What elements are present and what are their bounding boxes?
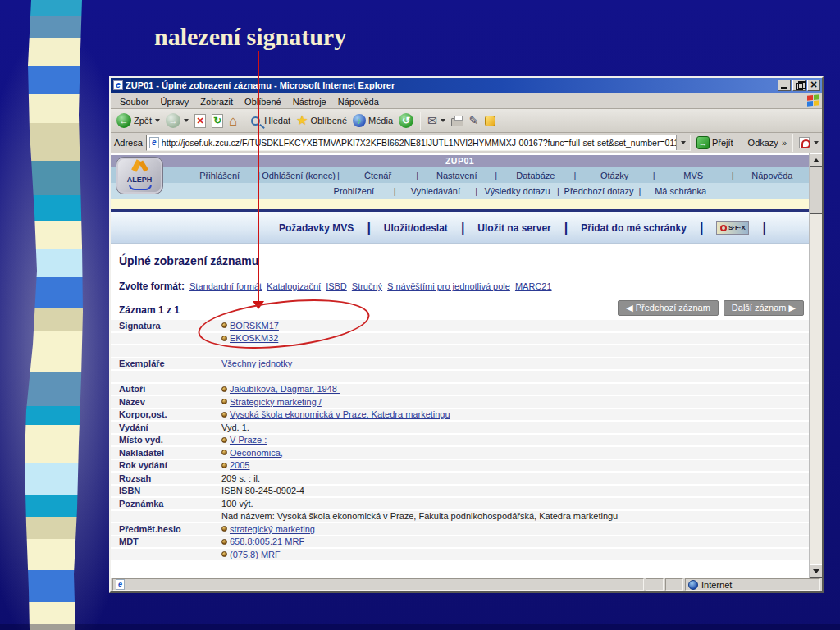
format-label: Zvolte formát: xyxy=(119,281,185,292)
forward-icon: → xyxy=(166,113,180,128)
address-input[interactable]: e http://josef.uk.zcu.cz/F/TUSDKLFKCYXBT… xyxy=(146,135,691,151)
forward-dropdown-icon[interactable] xyxy=(184,119,189,122)
menu-item-nstroje[interactable]: Nástroje xyxy=(287,95,332,108)
format-link-4[interactable]: Stručný xyxy=(352,281,382,291)
nav-item-2[interactable]: Odhlášení (konec) xyxy=(262,171,336,180)
record-value-link[interactable]: 2005 xyxy=(230,460,249,470)
media-button[interactable]: ♪ Média xyxy=(351,113,395,128)
record-value-link[interactable]: strategický marketing xyxy=(230,524,315,534)
nav-separator: | xyxy=(493,171,499,180)
address-dropdown-button[interactable] xyxy=(676,135,690,150)
record-value-text: Nad názvem: Vysoká škola ekonomická v Pr… xyxy=(221,511,618,521)
function-link-1[interactable]: Požadavky MVS xyxy=(279,222,354,234)
links-chevron-icon[interactable]: » xyxy=(782,138,787,148)
history-button[interactable]: ↺ xyxy=(397,112,415,129)
mail-dropdown-icon[interactable] xyxy=(441,119,445,122)
format-link-3[interactable]: ISBD xyxy=(326,281,347,291)
aleph-page: ZUP01 Přihlášení|Odhlášení (konec)|Čtená… xyxy=(111,153,809,578)
record-value-link[interactable]: Jakubíková, Dagmar, 1948- xyxy=(230,384,340,394)
function-link-4[interactable]: Přidat do mé schránky xyxy=(581,222,687,234)
window-titlebar[interactable]: e ZUP01 - Úplné zobrazení záznamu - Micr… xyxy=(111,78,822,93)
links-label[interactable]: Odkazy xyxy=(748,138,778,148)
nav-item-3[interactable]: Čtenář xyxy=(341,171,414,180)
ribbon-stripe xyxy=(21,161,89,195)
function-link-3[interactable]: Uložit na server xyxy=(477,222,550,234)
sfx-button[interactable]: S·F·X xyxy=(716,221,749,235)
nav-item-4[interactable]: Předchozí dotazy xyxy=(561,186,637,196)
decorative-ribbon xyxy=(21,0,89,630)
messenger-button[interactable] xyxy=(483,115,497,127)
minimize-button[interactable] xyxy=(778,80,791,91)
nav-item-5[interactable]: Databáze xyxy=(499,171,572,180)
nav-item-5[interactable]: Má schránka xyxy=(642,186,719,196)
record-row: ISBNISBN 80-245-0902-4 xyxy=(111,486,809,499)
menu-item-soubor[interactable]: Soubor xyxy=(114,95,154,108)
refresh-button[interactable]: ↻ xyxy=(210,113,225,129)
record-field-label: Exempláře xyxy=(111,358,221,368)
next-record-button[interactable]: Další záznam ▶ xyxy=(724,300,804,316)
record-value-link[interactable]: Vysoká škola ekonomická v Praze. Katedra… xyxy=(230,409,450,419)
status-main-segment: e xyxy=(112,578,644,591)
format-link-1[interactable]: Standardní formát xyxy=(189,281,262,291)
back-dropdown-icon[interactable] xyxy=(155,119,160,122)
nav-separator: | xyxy=(392,186,398,196)
record-value-link[interactable]: (075.8) MRF xyxy=(230,550,281,559)
go-button[interactable]: → Přejít xyxy=(694,135,736,150)
scroll-down-button[interactable] xyxy=(810,564,822,578)
bullet-icon xyxy=(221,437,227,443)
function-bar-separator: | xyxy=(461,221,464,235)
status-segment xyxy=(665,578,683,591)
menu-item-zobrazit[interactable]: Zobrazit xyxy=(194,95,239,108)
function-link-2[interactable]: Uložit/odeslat xyxy=(384,222,448,234)
aleph-logo[interactable]: ALEPH xyxy=(116,157,163,194)
close-button[interactable] xyxy=(807,80,820,91)
record-row: (075.8) MRF xyxy=(111,549,809,562)
previous-record-button[interactable]: ◀ Předchozí záznam xyxy=(618,300,719,316)
record-value-link[interactable]: 658.8:005.21 MRF xyxy=(230,536,304,546)
nav-item-8[interactable]: Nápověda xyxy=(736,171,809,180)
nav-item-4[interactable]: Nastavení xyxy=(420,171,493,180)
record-function-bar: Požadavky MVS|Uložit/odeslat|Uložit na s… xyxy=(111,212,809,244)
format-link-2[interactable]: Katalogizační xyxy=(267,281,321,291)
addressbar-separator xyxy=(792,134,793,152)
restore-button[interactable] xyxy=(792,80,806,91)
stop-button[interactable]: ✕ xyxy=(193,113,208,129)
ribbon-stripe xyxy=(21,406,89,425)
record-field-value: Vysoká škola ekonomická v Praze. Katedra… xyxy=(221,409,450,419)
nav-item-6[interactable]: Otázky xyxy=(578,171,651,180)
edit-button[interactable]: ✎ xyxy=(468,114,481,127)
menu-item-npovda[interactable]: Nápověda xyxy=(332,95,385,108)
internet-globe-icon xyxy=(688,580,698,590)
record-value-link[interactable]: Strategický marketing / xyxy=(230,397,322,407)
format-link-6[interactable]: MARC21 xyxy=(515,281,552,291)
record-row: VydáníVyd. 1. xyxy=(111,422,809,435)
print-button[interactable] xyxy=(450,114,465,127)
home-button[interactable]: ⌂ xyxy=(227,113,239,129)
record-value-link[interactable]: Oeconomica, xyxy=(230,448,283,458)
record-value-link[interactable]: Všechny jednotky xyxy=(221,358,292,368)
scrollbar-thumb[interactable] xyxy=(810,167,822,214)
nav-item-2[interactable]: Vyhledávání xyxy=(398,186,474,196)
nav-item-7[interactable]: MVS xyxy=(657,171,730,180)
nav-item-1[interactable]: Prohlížení xyxy=(316,186,392,196)
vertical-scrollbar[interactable] xyxy=(809,153,822,578)
search-button[interactable]: Hledat xyxy=(249,115,292,126)
record-field-value: Strategický marketing / xyxy=(221,397,322,407)
format-link-5[interactable]: S návěštími pro jednotlivá pole xyxy=(387,281,510,291)
record-value-link[interactable]: V Praze : xyxy=(230,435,267,445)
back-button[interactable]: ← Zpět xyxy=(115,112,162,129)
nav-item-1[interactable]: Přihlášení xyxy=(183,171,256,180)
menu-item-pravy[interactable]: Úpravy xyxy=(154,95,194,108)
mail-button[interactable]: ✉ xyxy=(426,114,447,127)
favorites-button[interactable]: ★ Oblíbené xyxy=(294,113,349,128)
scroll-up-button[interactable] xyxy=(810,153,822,167)
nav-separator: | xyxy=(651,171,657,180)
acrobat-icon[interactable] xyxy=(799,137,810,148)
menu-item-oblben[interactable]: Oblíbené xyxy=(239,95,287,108)
windows-logo-icon xyxy=(807,94,819,107)
acrobat-dropdown-icon[interactable] xyxy=(814,141,819,144)
nav-item-3[interactable]: Výsledky dotazu xyxy=(479,186,555,196)
forward-button[interactable]: → xyxy=(164,112,190,129)
nav-separator: | xyxy=(730,171,736,180)
ribbon-stripe xyxy=(21,195,89,221)
